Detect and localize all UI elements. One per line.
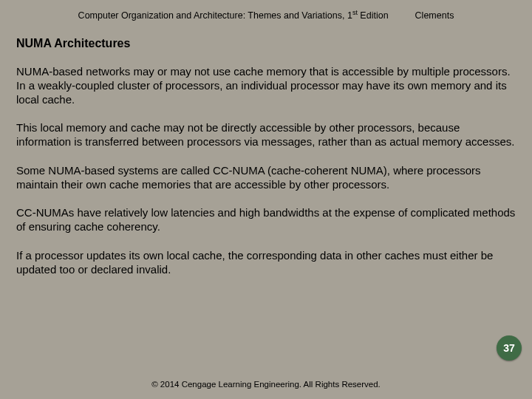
- footer-copyright: © 2014 Cengage Learning Engineering. All…: [0, 380, 532, 389]
- paragraph: CC-NUMAs have relatively low latencies a…: [16, 206, 516, 234]
- paragraph: This local memory and cache may not be d…: [16, 121, 516, 149]
- paragraph: NUMA-based networks may or may not use c…: [16, 65, 516, 106]
- section-title: NUMA Architectures: [16, 37, 516, 50]
- paragraph: Some NUMA-based systems are called CC-NU…: [16, 164, 516, 192]
- page-number: 37: [503, 342, 515, 354]
- header-line: Computer Organization and Architecture: …: [16, 9, 516, 21]
- paragraph: If a processor updates its own local cac…: [16, 249, 516, 277]
- page-number-badge: 37: [497, 335, 522, 361]
- slide: Computer Organization and Architecture: …: [0, 0, 532, 399]
- book-title-suffix: Edition: [358, 10, 389, 21]
- book-title-prefix: Computer Organization and Architecture: …: [78, 10, 352, 21]
- author-name: Clements: [415, 10, 454, 21]
- edition-ordinal: st: [352, 9, 358, 16]
